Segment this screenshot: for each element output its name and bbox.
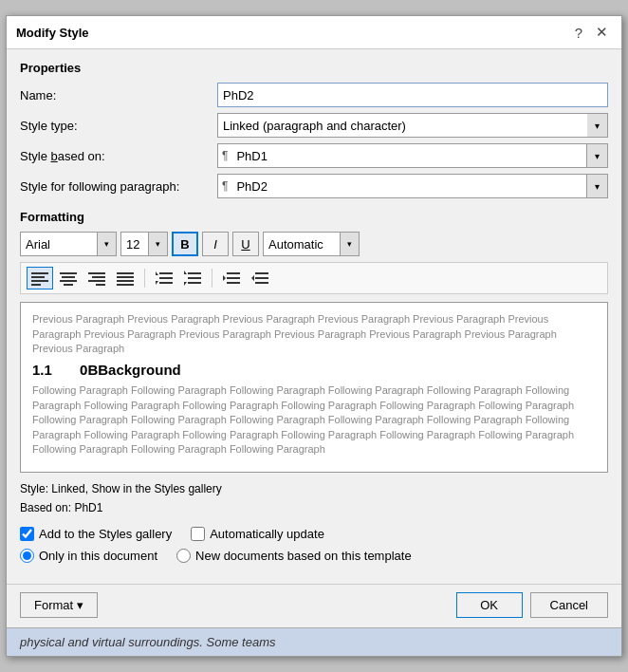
dialog-title: Modify Style — [16, 26, 89, 40]
svg-rect-26 — [227, 272, 240, 274]
svg-rect-13 — [117, 276, 134, 278]
name-label: Name: — [20, 83, 210, 107]
preview-following-paragraph: Following Paragraph Following Paragraph … — [32, 383, 596, 457]
modify-style-dialog: Modify Style ? ✕ Properties Name: Style … — [6, 15, 622, 656]
size-select[interactable]: 12 — [121, 233, 167, 255]
radio-group: Only in this document New documents base… — [20, 549, 608, 563]
line-spacing-button[interactable] — [151, 267, 177, 289]
style-following-icon: ¶ — [222, 179, 228, 193]
increase-indent-button[interactable] — [247, 267, 273, 289]
only-this-doc-label: Only in this document — [39, 549, 157, 563]
background-strip: physical and virtual surroundings. Some … — [7, 627, 621, 656]
auto-update-checkbox-label[interactable]: Automatically update — [191, 527, 324, 541]
svg-rect-9 — [92, 276, 105, 278]
svg-rect-31 — [255, 277, 268, 279]
svg-marker-33 — [251, 275, 254, 281]
footer-left: Format ▾ — [20, 592, 98, 618]
name-input-wrapper — [217, 83, 608, 107]
auto-update-label: Automatically update — [210, 527, 324, 541]
title-bar-controls: ? ✕ — [571, 24, 612, 41]
ok-button[interactable]: OK — [456, 592, 523, 618]
new-docs-label: New documents based on this template — [195, 549, 412, 563]
svg-rect-8 — [88, 272, 105, 274]
svg-rect-28 — [227, 282, 240, 284]
spacing-group — [151, 267, 206, 289]
svg-rect-12 — [117, 272, 134, 274]
decrease-indent-button[interactable] — [218, 267, 245, 289]
svg-rect-3 — [31, 284, 41, 286]
svg-rect-7 — [64, 284, 73, 286]
svg-rect-30 — [255, 272, 268, 274]
svg-rect-10 — [88, 280, 105, 282]
svg-marker-19 — [156, 271, 158, 275]
background-text: physical and virtual surroundings. Some … — [20, 635, 276, 649]
svg-rect-5 — [62, 276, 75, 278]
add-to-gallery-label: Add to the Styles gallery — [39, 527, 172, 541]
style-following-wrapper: ¶ PhD2 ▾ — [217, 174, 608, 198]
align-center-button[interactable] — [55, 267, 82, 289]
underline-button[interactable]: U — [232, 232, 259, 256]
font-select[interactable]: Arial — [21, 233, 116, 255]
font-select-wrapper: Arial ▾ — [20, 232, 117, 256]
bold-button[interactable]: B — [172, 232, 198, 256]
format-toolbar: Arial ▾ 12 ▾ B I U Automatic ▾ — [20, 232, 608, 256]
properties-grid: Name: Style type: Linked (paragraph and … — [20, 83, 608, 198]
only-this-doc-radio-label[interactable]: Only in this document — [20, 549, 157, 563]
format-button[interactable]: Format ▾ — [20, 592, 98, 618]
color-select[interactable]: Automatic — [264, 233, 359, 255]
style-type-select[interactable]: Linked (paragraph and character) — [217, 113, 608, 138]
style-type-select-wrapper: Linked (paragraph and character) ▾ — [217, 113, 608, 138]
style-based-wrapper: ¶ PhD1 ▾ — [217, 143, 608, 168]
style-info: Style: Linked, Show in the Styles galler… — [20, 480, 608, 516]
add-to-gallery-checkbox[interactable] — [20, 527, 34, 541]
preview-heading-number: 1.1 — [32, 362, 52, 378]
cancel-button[interactable]: Cancel — [530, 592, 608, 618]
italic-button[interactable]: I — [202, 232, 229, 256]
svg-rect-1 — [31, 276, 45, 278]
style-type-label: Style type: — [20, 113, 210, 138]
svg-rect-2 — [31, 280, 48, 282]
formatting-section-label: Formatting — [20, 210, 608, 224]
checkbox-group: Add to the Styles gallery Automatically … — [20, 527, 608, 541]
align-left-button[interactable] — [27, 267, 53, 289]
style-following-arrow[interactable]: ▾ — [586, 175, 607, 197]
svg-rect-21 — [188, 272, 201, 274]
dialog-footer: Format ▾ OK Cancel — [7, 584, 621, 627]
svg-marker-20 — [156, 281, 158, 285]
footer-right: OK Cancel — [456, 592, 608, 618]
svg-marker-29 — [223, 275, 226, 281]
indent-group — [218, 267, 273, 289]
preview-heading: 1.1 0BBackground — [32, 362, 596, 378]
preview-box: Previous Paragraph Previous Paragraph Pr… — [20, 302, 608, 473]
svg-rect-14 — [117, 280, 134, 282]
title-bar: Modify Style ? ✕ — [7, 16, 621, 49]
add-to-gallery-checkbox-label[interactable]: Add to the Styles gallery — [20, 527, 172, 541]
svg-marker-24 — [184, 271, 187, 274]
new-docs-radio-label[interactable]: New documents based on this template — [176, 549, 412, 563]
only-this-doc-radio[interactable] — [20, 549, 34, 563]
style-based-select[interactable]: PhD1 — [231, 144, 586, 167]
style-based-arrow[interactable]: ▾ — [586, 144, 607, 167]
new-docs-radio[interactable] — [176, 549, 191, 563]
paragraph-spacing-button[interactable] — [179, 267, 206, 289]
preview-heading-text: 0BBackground — [80, 362, 181, 378]
svg-rect-6 — [60, 280, 77, 282]
close-button[interactable]: ✕ — [592, 24, 612, 41]
style-based-icon: ¶ — [222, 149, 228, 162]
svg-rect-18 — [159, 282, 173, 284]
auto-update-checkbox[interactable] — [191, 527, 205, 541]
svg-rect-32 — [255, 282, 268, 284]
align-sep-1 — [144, 269, 145, 288]
align-justify-button[interactable] — [112, 267, 139, 289]
style-following-label: Style for following paragraph: — [20, 174, 210, 198]
format-label: Format — [34, 598, 73, 612]
svg-marker-25 — [184, 282, 187, 286]
style-following-select[interactable]: PhD2 — [231, 175, 586, 197]
format-arrow: ▾ — [77, 598, 83, 612]
dialog-content: Properties Name: Style type: Linked (par… — [7, 49, 621, 583]
align-right-button[interactable] — [83, 267, 110, 289]
svg-rect-15 — [117, 284, 134, 286]
svg-rect-17 — [159, 277, 173, 279]
name-input[interactable] — [217, 83, 608, 107]
help-button[interactable]: ? — [571, 25, 586, 41]
